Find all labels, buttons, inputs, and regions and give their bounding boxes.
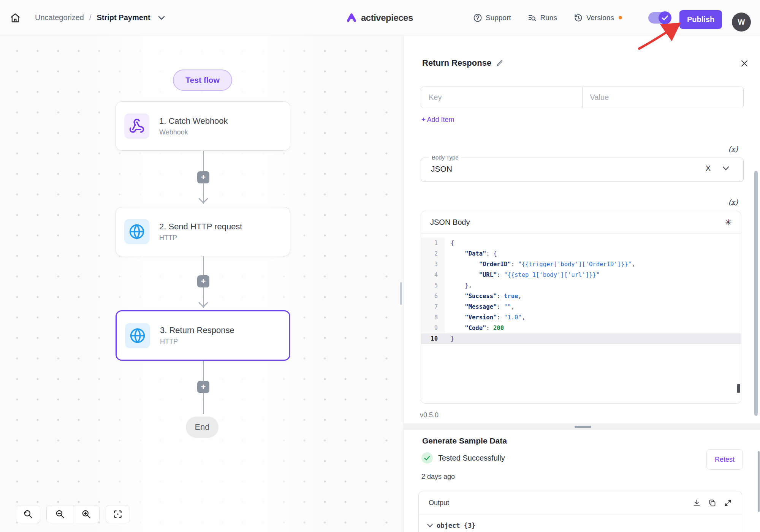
code-line[interactable]: 6 "Success": true, [421,291,741,302]
runs-link[interactable]: Runs [528,13,557,22]
output-tree-node[interactable]: object {3} [419,515,742,529]
step-card-send-http[interactable]: 2. Send HTTP request HTTP [116,207,290,256]
webhook-icon [124,114,149,139]
home-icon[interactable] [10,13,21,23]
body-type-label: Body Type [429,154,462,161]
arrowhead-icon [198,302,208,308]
dropdown-caret-icon[interactable] [723,166,729,170]
toggle-knob [659,11,671,24]
headers-key-value-row [421,87,744,108]
code-line[interactable]: 2 "Data": { [421,248,741,259]
generate-sample-data-heading: Generate Sample Data [422,436,507,445]
flow-builder-page: Uncategorized / Stript Payment activepie… [0,0,760,532]
versions-label: Versions [586,14,614,22]
splitter-drag-handle[interactable] [575,426,591,428]
test-flow-button[interactable]: Test flow [173,69,232,91]
body-type-value: JSON [431,164,452,174]
add-step-button-1[interactable]: + [197,171,209,183]
step-subtitle: Webhook [159,128,228,136]
panel-resize-handle[interactable] [400,282,402,305]
fit-view-icon [113,509,123,519]
unsaved-changes-dot [619,16,622,19]
zoom-in-button[interactable] [73,505,99,523]
flow-end-marker: End [186,417,218,438]
panel-splitter [404,423,760,430]
panel-scrollbar-thumb[interactable] [754,171,758,416]
piece-version-label: v0.5.0 [420,411,439,419]
tree-node-label: object {3} [437,522,475,529]
brand-logo-text: activepieces [361,13,413,23]
versions-link[interactable]: Versions [574,13,614,22]
output-card: Output object {3} [418,491,742,532]
value-input[interactable] [582,87,744,108]
globe-icon [124,219,149,244]
copy-icon[interactable] [708,499,716,507]
flow-canvas[interactable]: Test flow 1. Catch Webhook Webhook + 2. … [0,35,404,532]
breadcrumb-separator: / [89,13,92,22]
code-line[interactable]: 4 "URL": "{{step_1['body']['url']}}" [421,270,741,280]
publish-button[interactable]: Publish [679,10,722,29]
success-check-icon [421,452,433,464]
output-title: Output [429,499,449,507]
body-type-select[interactable]: Body Type JSON X [421,158,744,182]
topbar: Uncategorized / Stript Payment activepie… [0,0,760,35]
help-circle-icon [473,13,482,22]
breadcrumb-flow-name[interactable]: Stript Payment [97,13,150,22]
test-status-row: Tested Successfully [421,452,505,464]
last-test-time: 2 days ago [421,473,455,481]
add-step-button-3[interactable]: + [197,381,209,393]
avatar[interactable]: W [732,13,751,32]
insert-variable-icon[interactable]: (x) [728,145,738,153]
activepieces-logo-icon [346,12,357,24]
runs-list-search-icon [528,13,537,22]
code-line[interactable]: 1{ [421,238,741,248]
step-title: 1. Catch Webhook [159,116,228,126]
section-scrollbar-thumb[interactable] [758,451,760,512]
topbar-nav: Support Runs Versions [473,0,622,35]
add-step-button-2[interactable]: + [197,275,209,287]
close-panel-icon[interactable] [738,57,750,69]
json-body-editor: JSON Body ✳ 1{2 "Data": {3 "OrderID": "{… [421,211,741,404]
code-line[interactable]: 9 "Code": 200 [421,323,741,333]
edit-pencil-icon[interactable] [496,59,504,67]
breadcrumb: Uncategorized / Stript Payment [10,0,165,35]
runs-label: Runs [540,14,557,22]
code-lines: 1{2 "Data": {3 "OrderID": "{{trigger['bo… [421,238,741,344]
publish-toggle[interactable] [648,12,671,24]
step-card-catch-webhook[interactable]: 1. Catch Webhook Webhook [116,101,290,151]
support-link[interactable]: Support [473,13,511,22]
step-title: 3. Return Response [160,325,234,335]
brand-logo: activepieces [346,0,413,35]
code-editor[interactable]: 1{2 "Data": {3 "OrderID": "{{trigger['bo… [421,234,741,404]
globe-icon [125,323,150,348]
fit-view-button[interactable] [106,505,130,523]
version-history-icon [574,13,583,22]
breadcrumb-category[interactable]: Uncategorized [35,13,84,22]
code-line[interactable]: 3 "OrderID": "{{trigger['body']['OrderID… [421,259,741,270]
code-line[interactable]: 5 }, [421,280,741,291]
panel-title: Return Response [422,58,491,68]
expand-icon[interactable] [724,499,732,507]
retest-button[interactable]: Retest [706,449,743,470]
code-line[interactable]: 7 "Message": "", [421,302,741,312]
key-input[interactable] [421,87,582,108]
insert-variable-icon[interactable]: (x) [728,198,738,206]
canvas-zoom-controls [16,505,130,523]
chevron-down-icon[interactable] [158,16,165,20]
download-icon[interactable] [693,499,701,507]
reset-zoom-icon [23,509,33,519]
chevron-down-icon [427,524,433,527]
step-subtitle: HTTP [160,338,234,346]
ai-sparkle-icon[interactable]: ✳ [725,218,732,227]
code-line[interactable]: 8 "Version": "1.0", [421,312,741,323]
add-item-button[interactable]: + Add Item [421,116,454,124]
clear-selection-icon[interactable]: X [706,164,711,173]
editor-scrollbar-thumb[interactable] [737,384,740,393]
support-label: Support [486,14,511,22]
arrowhead-icon [198,198,208,204]
reset-zoom-button[interactable] [16,505,40,523]
step-card-return-response[interactable]: 3. Return Response HTTP [116,310,290,361]
step-subtitle: HTTP [159,234,242,242]
code-line[interactable]: 10} [421,333,741,344]
zoom-out-button[interactable] [47,505,73,523]
